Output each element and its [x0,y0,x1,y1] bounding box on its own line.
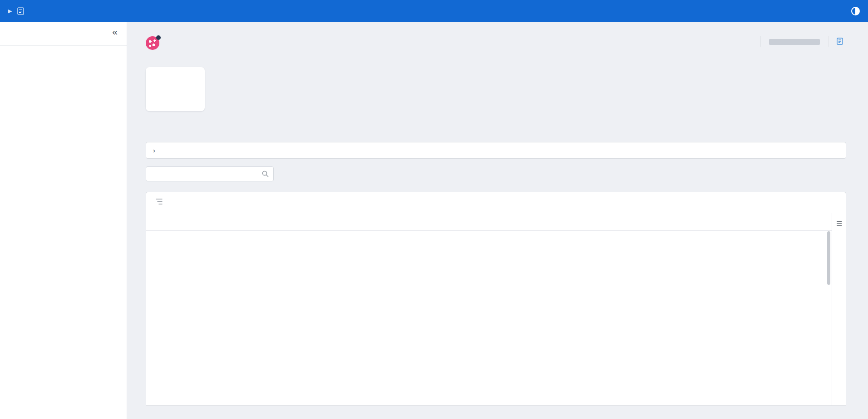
meta-divider [828,36,829,47]
columns-icon [836,220,842,228]
table-header-row [146,213,832,231]
pdf-icon [837,38,843,45]
sidebar: « [0,22,127,419]
security-rating-trend [709,67,846,101]
security-rating-card [146,67,205,111]
device-logo-icon [146,36,159,50]
meta-divider [760,36,761,47]
device-meta [752,36,846,47]
search-box [146,166,274,181]
columns-panel-tab[interactable] [832,213,846,405]
app-shell: « [0,22,868,419]
topbar: ▶ [0,0,868,22]
chart-plot [709,73,846,99]
page-header [146,36,846,50]
summary-cards-row [146,67,846,111]
row-group-dropzone[interactable] [146,192,846,212]
chevron-right-icon[interactable]: ▶ [8,8,12,14]
graphs-expander[interactable]: › [146,142,846,159]
export-print-pdf-button[interactable] [837,36,846,47]
meta-host-profile [769,36,820,47]
collapse-sidebar-button[interactable]: « [112,26,118,37]
theme-toggle-icon[interactable] [851,7,860,15]
scrollbar-thumb[interactable] [827,231,830,285]
grid-area [146,213,832,405]
search-input[interactable] [146,166,274,181]
table-scrollbar[interactable] [827,231,830,404]
document-icon [17,7,24,15]
search-icon[interactable] [261,170,269,180]
topbar-right [831,7,860,15]
risks-table [146,192,846,406]
security-rating-band [146,72,205,99]
chevron-right-icon: › [153,146,155,154]
title-wrap [146,36,165,50]
breadcrumb [30,7,34,15]
rating-trend-svg [723,73,837,99]
row-groups-icon [155,198,163,206]
main-content: › [127,22,868,419]
sidebar-menu [0,45,127,46]
host-value-redacted [769,39,820,45]
chart-y-axis [709,73,723,99]
